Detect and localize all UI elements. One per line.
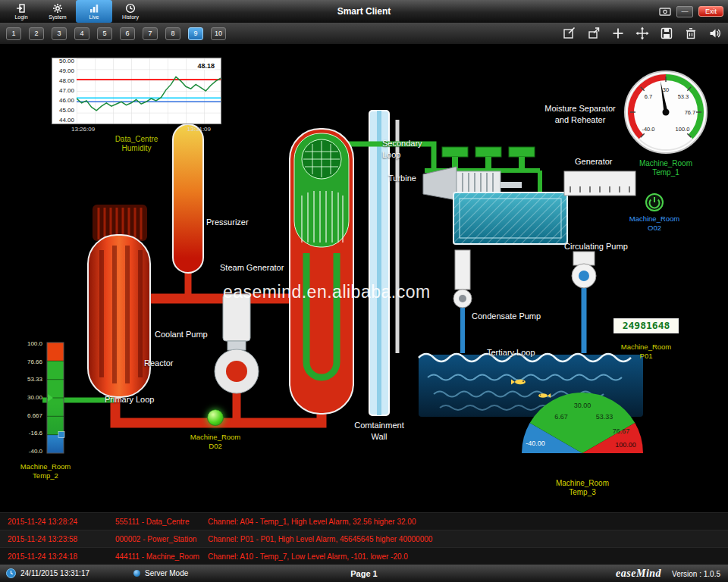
indicator-lamp[interactable]: [207, 409, 224, 426]
label-containment-wall: ComtainmentWall: [345, 420, 413, 443]
trend-title: Data_CentreHumidity: [52, 135, 221, 153]
bar-low-marker: [58, 432, 64, 438]
window-controls: — Exit: [659, 6, 728, 17]
status-right: easeMind Version : 1.0.5: [616, 568, 728, 580]
alarm-time: 2015-11-24 13:24:18: [0, 552, 115, 561]
gauge-temp3-dial: -40.00 6.67 30.00 53.33 76.67 100.00: [514, 385, 651, 458]
bar-temp2-label: Machine_RoomTemp_2: [17, 462, 74, 480]
nav-live[interactable]: Live: [76, 0, 112, 23]
nav-login[interactable]: Login: [3, 0, 39, 23]
brand-logo: easeMind: [616, 568, 661, 580]
page-button[interactable]: 10: [211, 27, 226, 40]
alarm-message: Channel: P01 - P01, High Level Alarm, 45…: [208, 535, 728, 543]
login-icon: [16, 3, 27, 14]
alarm-row[interactable]: 2015-11-24 13:24:18 444111 - Machine_Roo…: [0, 547, 728, 565]
nav-label: History: [122, 14, 139, 20]
switch-o02-label: Machine_RoomO02: [620, 214, 689, 232]
screenshot-icon[interactable]: [659, 6, 671, 17]
export-icon[interactable]: [587, 27, 601, 40]
label-moisture-separator: Moisture Separatorand Reheater: [523, 103, 637, 126]
page-button[interactable]: 5: [97, 27, 112, 40]
add-icon[interactable]: [611, 27, 625, 40]
page-button[interactable]: 1: [6, 27, 21, 40]
minimize-button[interactable]: —: [676, 6, 693, 17]
nav-label: Login: [14, 14, 27, 20]
alarm-message: Channel: A04 - Temp_1, High Level Alarm,…: [208, 518, 728, 526]
alarm-source: 444111 - Machine_Room: [115, 552, 208, 561]
trend-y-axis: 50.0049.00 48.0047.00 46.0045.00 44.00: [52, 58, 77, 124]
bar-temp2-scale: 100.076.66 53.3330.00 6.667-16.6 -40.0: [17, 341, 46, 455]
indicator-d02-widget: Machine_RoomD02: [184, 409, 247, 451]
svg-text:-40.00: -40.00: [526, 440, 545, 447]
move-icon[interactable]: [635, 27, 649, 40]
gear-icon: [52, 3, 63, 14]
svg-text:30: 30: [663, 86, 669, 93]
label-condensate-pump: Condensate Pump: [472, 311, 541, 322]
condensate-pump-shape: [453, 250, 472, 308]
page-button[interactable]: 8: [165, 27, 180, 40]
svg-text:76.67: 76.67: [613, 427, 630, 435]
steam-generator-vessel: [290, 129, 353, 414]
display-p01-label: Machine_RoomP01: [611, 343, 681, 361]
main-nav: Login System: [3, 0, 149, 23]
page-button[interactable]: 2: [29, 27, 44, 40]
svg-text:76.7: 76.7: [685, 109, 696, 116]
svg-text:53.33: 53.33: [596, 413, 613, 421]
label-primary-loop: Primary Loop: [105, 394, 154, 405]
edit-icon[interactable]: [563, 27, 576, 40]
switch-o02-widget: Machine_RoomO02: [620, 192, 689, 232]
history-clock-icon: [125, 3, 136, 14]
toolbar: 1 2 3 4 5 6 7 8 9 10: [0, 23, 728, 44]
alarm-source: 555111 - Data_Centre: [115, 518, 208, 526]
label-steam-generator: Steam Generator: [220, 262, 284, 274]
svg-text:30.00: 30.00: [574, 402, 592, 409]
page-button[interactable]: 3: [52, 27, 67, 40]
nav-history[interactable]: History: [112, 0, 149, 23]
label-generator: Generator: [575, 156, 613, 167]
exit-button[interactable]: Exit: [698, 6, 723, 17]
label-coolant-pump: Coolant Pump: [155, 329, 208, 340]
server-mode-indicator: [133, 570, 140, 577]
label-circulating-pump: Circulating Pump: [564, 241, 628, 252]
page-button[interactable]: 6: [120, 27, 135, 40]
title-bar: Login System: [0, 0, 728, 23]
circulating-pump-shape: [572, 252, 596, 288]
status-datetime: 24/11/2015 13:31:17: [20, 569, 89, 577]
label-pressurizer: Pressurizer: [206, 217, 249, 228]
save-icon[interactable]: [660, 27, 673, 40]
label-turbine: Turbine: [388, 173, 416, 184]
trend-x-axis: 13:26:0913:31:09: [52, 124, 221, 133]
alarm-message: Channel: A10 - Temp_7, Low Level Alarm, …: [208, 552, 728, 561]
clock-icon: [6, 568, 16, 578]
nav-label: Live: [89, 14, 99, 20]
svg-text:6.7: 6.7: [645, 93, 652, 100]
alarm-time: 2015-11-24 13:23:58: [0, 535, 115, 543]
alarm-row[interactable]: 2015-11-24 13:23:58 000002 - Power_Stati…: [0, 530, 728, 547]
bar-temp2-widget: 100.076.66 53.3330.00 6.667-16.6 -40.0: [17, 341, 74, 480]
svg-text:100.0: 100.0: [676, 126, 690, 133]
delete-icon[interactable]: [684, 27, 698, 40]
speaker-icon[interactable]: [708, 27, 722, 40]
server-mode-label: Server Mode: [145, 569, 188, 577]
power-button-icon[interactable]: [645, 192, 664, 212]
bar-temp2-column: [46, 341, 67, 455]
generator-block: [453, 192, 567, 244]
alarm-time: 2015-11-24 13:28:24: [0, 518, 115, 526]
trend-current-value: 48.18: [197, 62, 215, 70]
gauge-temp1-widget: -40.0 6.7 30 53.3 76.7 100.0 Machine_Roo…: [622, 70, 710, 177]
indicator-d02-label: Machine_RoomD02: [184, 433, 247, 451]
nav-system[interactable]: System: [39, 0, 76, 23]
alarm-row[interactable]: 2015-11-24 13:28:24 555111 - Data_Centre…: [0, 512, 728, 530]
toolbar-actions: [563, 27, 722, 40]
label-secondary-loop: SecondaryLoop: [382, 138, 422, 161]
digital-readout: 24981648: [613, 318, 679, 333]
page-button[interactable]: 4: [74, 27, 89, 40]
gauge-temp3-widget: -40.00 6.67 30.00 53.33 76.67 100.00 Mac…: [514, 385, 651, 497]
svg-text:53.3: 53.3: [678, 93, 689, 100]
main-canvas: easemind.en.alibaba.com Moisture Separat…: [0, 44, 728, 512]
page-button[interactable]: 9: [188, 27, 203, 40]
svg-text:6.67: 6.67: [554, 413, 568, 421]
live-chart-icon: [89, 3, 99, 14]
page-button[interactable]: 7: [143, 27, 158, 40]
alarm-list: 2015-11-24 13:28:24 555111 - Data_Centre…: [0, 512, 728, 565]
